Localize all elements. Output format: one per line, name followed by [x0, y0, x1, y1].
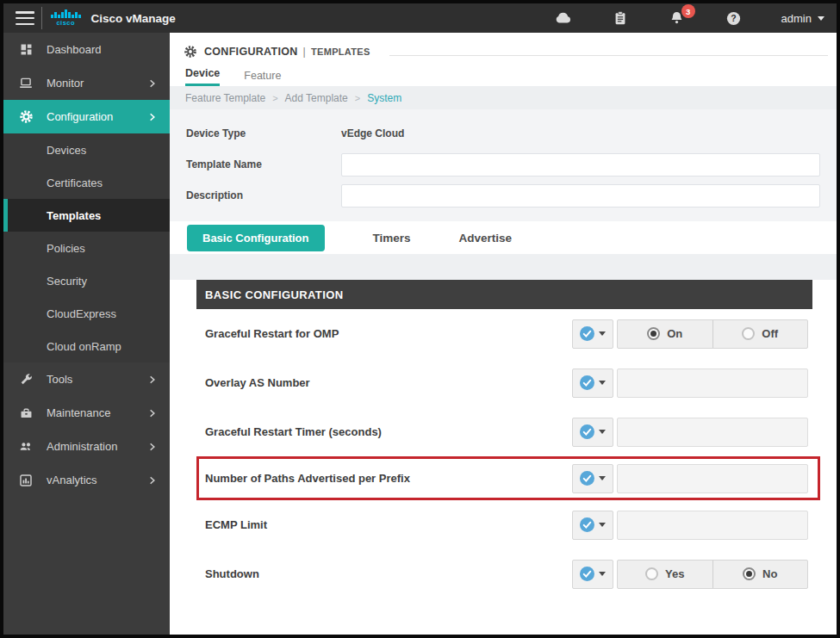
- monitor-laptop-icon: [17, 76, 34, 90]
- scope-dropdown[interactable]: [572, 511, 613, 540]
- page-subtitle: TEMPLATES: [311, 46, 370, 57]
- svg-text:?: ?: [731, 14, 736, 23]
- sidebar-item-label: Maintenance: [47, 406, 110, 419]
- sub-item-label: Certificates: [47, 177, 103, 189]
- scope-dropdown[interactable]: [572, 369, 613, 398]
- field-label: Graceful Restart Timer (seconds): [205, 425, 382, 438]
- chevron-down-icon: [599, 331, 606, 336]
- app-title: Cisco vManage: [91, 12, 176, 25]
- sidebar-item-devices[interactable]: Devices: [3, 133, 170, 166]
- main-content: CONFIGURATION | TEMPLATES Device Feature…: [170, 33, 837, 635]
- toolbox-icon: [17, 406, 34, 420]
- graceful-restart-timer-input[interactable]: [617, 418, 808, 447]
- gear-icon: [184, 45, 197, 59]
- cloud-icon[interactable]: [554, 9, 573, 27]
- app-window: cisco Cisco vManage: [0, 0, 840, 638]
- sidebar-item-cloudexpress[interactable]: CloudExpress: [3, 297, 170, 330]
- chevron-down-icon: [599, 572, 606, 576]
- title-separator: |: [303, 46, 307, 58]
- radio-label: Yes: [665, 567, 684, 580]
- radio-icon: [743, 567, 756, 580]
- topbar-actions: 3 ? admin: [554, 9, 824, 27]
- radio-option-on[interactable]: On: [618, 320, 712, 348]
- paths-per-prefix-input[interactable]: [617, 464, 808, 493]
- scope-dropdown[interactable]: [572, 418, 613, 447]
- template-name-row: Template Name: [170, 149, 837, 180]
- row-graceful-restart-timer: Graceful Restart Timer (seconds): [170, 407, 837, 456]
- radio-label: On: [667, 327, 682, 340]
- basic-configuration-card: BASIC CONFIGURATION Graceful Restart for…: [170, 280, 837, 635]
- sidebar-item-monitor[interactable]: Monitor: [3, 66, 170, 100]
- field-label: Number of Paths Advertised per Prefix: [205, 472, 410, 485]
- check-circle-icon: [580, 471, 594, 486]
- template-name-label: Template Name: [186, 158, 341, 170]
- description-input[interactable]: [341, 184, 820, 208]
- help-icon[interactable]: ?: [725, 9, 744, 27]
- sub-item-label: Templates: [47, 209, 101, 222]
- sidebar-item-certificates[interactable]: Certificates: [3, 166, 170, 199]
- section-tabs: Basic Configuration Timers Advertise: [170, 221, 837, 254]
- sidebar-item-label: Configuration: [47, 110, 113, 123]
- tab-device[interactable]: Device: [185, 67, 220, 86]
- user-menu[interactable]: admin: [781, 12, 824, 25]
- tab-advertise[interactable]: Advertise: [459, 232, 513, 245]
- chevron-down-icon: [599, 381, 606, 385]
- breadcrumb: Feature Template > Add Template > System: [170, 86, 837, 109]
- sidebar-item-policies[interactable]: Policies: [3, 232, 170, 264]
- tab-timers[interactable]: Timers: [373, 232, 411, 245]
- description-row: Description: [170, 180, 837, 211]
- radio-icon: [645, 567, 658, 580]
- people-icon: [17, 439, 34, 454]
- sidebar-item-security[interactable]: Security: [3, 264, 170, 297]
- breadcrumb-feature-template[interactable]: Feature Template: [185, 92, 265, 104]
- ecmp-limit-input[interactable]: [617, 511, 808, 540]
- chevron-right-icon: [147, 475, 158, 486]
- radio-option-off[interactable]: Off: [712, 320, 808, 348]
- highlight-box: Number of Paths Advertised per Prefix: [196, 456, 820, 500]
- sidebar-item-maintenance[interactable]: Maintenance: [3, 396, 170, 430]
- row-shutdown: Shutdown Yes: [170, 549, 837, 598]
- row-graceful-restart-omp: Graceful Restart for OMP: [170, 309, 837, 358]
- sidebar-item-label: Dashboard: [47, 43, 102, 56]
- chevron-right-icon: [147, 408, 158, 418]
- tasks-clipboard-icon[interactable]: [611, 9, 630, 27]
- sidebar-item-templates[interactable]: Templates: [3, 199, 170, 232]
- chevron-right-icon: [147, 78, 158, 89]
- sidebar-item-label: Administration: [47, 440, 117, 453]
- cisco-wordmark: cisco: [56, 19, 75, 27]
- radio-group: Yes No: [617, 560, 808, 589]
- tab-basic-configuration[interactable]: Basic Configuration: [187, 225, 325, 251]
- sidebar-item-vanalytics[interactable]: vAnalytics: [3, 463, 170, 497]
- scope-dropdown[interactable]: [572, 464, 613, 493]
- sidebar-item-cloud-onramp[interactable]: Cloud onRamp: [3, 330, 170, 362]
- field-label: Graceful Restart for OMP: [205, 327, 339, 340]
- device-type-value: vEdge Cloud: [341, 127, 404, 139]
- check-circle-icon: [580, 326, 594, 341]
- breadcrumb-add-template[interactable]: Add Template: [285, 92, 348, 104]
- tab-feature[interactable]: Feature: [244, 70, 281, 86]
- radio-option-no[interactable]: No: [712, 561, 808, 588]
- chevron-down-icon: [599, 476, 606, 480]
- device-type-label: Device Type: [186, 127, 341, 139]
- sidebar-item-configuration[interactable]: Configuration: [3, 100, 170, 133]
- scope-dropdown[interactable]: [572, 560, 613, 589]
- description-label: Description: [186, 189, 341, 201]
- row-overlay-as-number: Overlay AS Number: [170, 358, 837, 407]
- sidebar-item-administration[interactable]: Administration: [3, 430, 170, 463]
- check-circle-icon: [580, 517, 594, 532]
- notifications-bell-icon[interactable]: 3: [668, 9, 687, 27]
- page-title: CONFIGURATION: [204, 46, 298, 58]
- radio-option-yes[interactable]: Yes: [618, 561, 712, 588]
- breadcrumb-system[interactable]: System: [367, 92, 401, 104]
- overlay-as-number-input[interactable]: [617, 369, 808, 398]
- template-name-input[interactable]: [341, 153, 820, 177]
- scope-dropdown[interactable]: [572, 319, 613, 349]
- sidebar-item-label: Monitor: [47, 77, 84, 90]
- menu-toggle-icon[interactable]: [16, 11, 34, 25]
- configuration-submenu: Devices Certificates Templates Policies …: [3, 133, 170, 362]
- sidebar-item-tools[interactable]: Tools: [3, 362, 170, 396]
- chevron-right-icon: [147, 112, 158, 122]
- row-ecmp-limit: ECMP Limit: [170, 500, 837, 549]
- sidebar-item-dashboard[interactable]: Dashboard: [3, 33, 170, 66]
- chevron-right-icon: [147, 442, 158, 452]
